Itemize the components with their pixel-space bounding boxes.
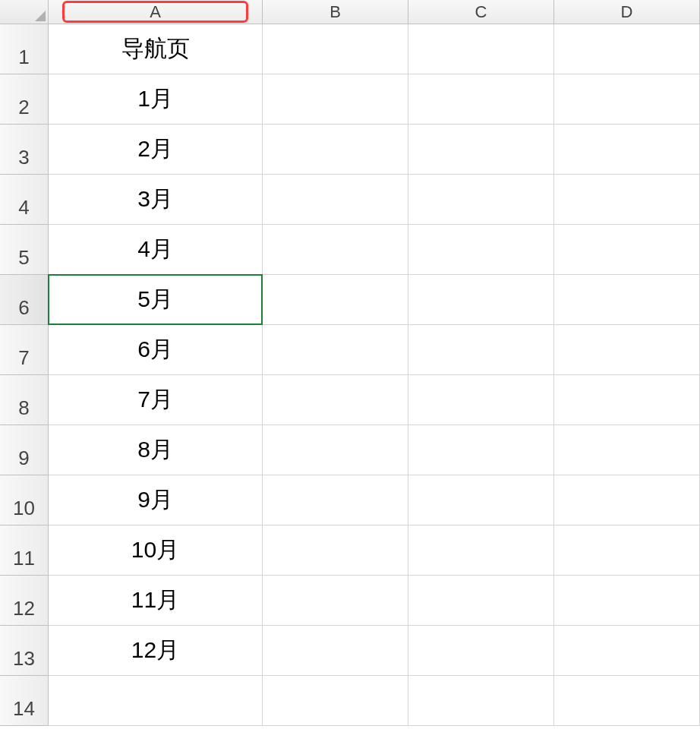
cell-c6[interactable] <box>408 275 554 325</box>
cell-b4[interactable] <box>263 175 408 225</box>
cell-a5[interactable]: 4月 <box>49 225 263 275</box>
cell-d7[interactable] <box>554 325 700 375</box>
cell-d10[interactable] <box>554 475 700 525</box>
cell-d3[interactable] <box>554 125 700 175</box>
cell-c3[interactable] <box>408 125 554 175</box>
cell-a14[interactable] <box>49 676 263 726</box>
cell-a1[interactable]: 导航页 <box>49 24 263 74</box>
cell-b8[interactable] <box>263 375 408 425</box>
cell-c10[interactable] <box>408 475 554 525</box>
cell-b5[interactable] <box>263 225 408 275</box>
cell-b12[interactable] <box>263 576 408 626</box>
cell-a9[interactable]: 8月 <box>49 425 263 475</box>
cell-a7[interactable]: 6月 <box>49 325 263 375</box>
row-header-4[interactable]: 4 <box>0 175 49 225</box>
cell-d12[interactable] <box>554 576 700 626</box>
cell-d2[interactable] <box>554 74 700 125</box>
cell-c11[interactable] <box>408 525 554 576</box>
row-header-2[interactable]: 2 <box>0 74 49 125</box>
cell-b13[interactable] <box>263 626 408 676</box>
column-header-a[interactable]: A <box>49 0 263 24</box>
row-header-7[interactable]: 7 <box>0 325 49 375</box>
cell-b7[interactable] <box>263 325 408 375</box>
cell-d14[interactable] <box>554 676 700 726</box>
cell-c13[interactable] <box>408 626 554 676</box>
cell-a11[interactable]: 10月 <box>49 525 263 576</box>
cell-a3[interactable]: 2月 <box>49 125 263 175</box>
cell-d4[interactable] <box>554 175 700 225</box>
cell-d9[interactable] <box>554 425 700 475</box>
row-header-12[interactable]: 12 <box>0 576 49 626</box>
cell-d13[interactable] <box>554 626 700 676</box>
cell-a4[interactable]: 3月 <box>49 175 263 225</box>
column-header-b[interactable]: B <box>263 0 408 24</box>
cell-c9[interactable] <box>408 425 554 475</box>
row-header-13[interactable]: 13 <box>0 626 49 676</box>
cell-a6[interactable]: 5月 <box>49 275 263 325</box>
cell-c2[interactable] <box>408 74 554 125</box>
cell-b2[interactable] <box>263 74 408 125</box>
row-header-1[interactable]: 1 <box>0 24 49 74</box>
select-all-corner[interactable] <box>0 0 49 24</box>
row-header-5[interactable]: 5 <box>0 225 49 275</box>
cell-d11[interactable] <box>554 525 700 576</box>
cell-d8[interactable] <box>554 375 700 425</box>
cell-b1[interactable] <box>263 24 408 74</box>
cell-c4[interactable] <box>408 175 554 225</box>
cell-b3[interactable] <box>263 125 408 175</box>
cell-a10[interactable]: 9月 <box>49 475 263 525</box>
row-header-14[interactable]: 14 <box>0 676 49 726</box>
cell-d6[interactable] <box>554 275 700 325</box>
cell-c14[interactable] <box>408 676 554 726</box>
cell-c7[interactable] <box>408 325 554 375</box>
row-header-6[interactable]: 6 <box>0 275 49 325</box>
row-header-8[interactable]: 8 <box>0 375 49 425</box>
cell-b6[interactable] <box>263 275 408 325</box>
row-header-9[interactable]: 9 <box>0 425 49 475</box>
row-header-11[interactable]: 11 <box>0 525 49 576</box>
cell-c8[interactable] <box>408 375 554 425</box>
cell-a13[interactable]: 12月 <box>49 626 263 676</box>
cell-a8[interactable]: 7月 <box>49 375 263 425</box>
cell-b11[interactable] <box>263 525 408 576</box>
column-header-c[interactable]: C <box>408 0 554 24</box>
cell-a2[interactable]: 1月 <box>49 74 263 125</box>
row-header-10[interactable]: 10 <box>0 475 49 525</box>
cell-d1[interactable] <box>554 24 700 74</box>
cell-c5[interactable] <box>408 225 554 275</box>
cell-b10[interactable] <box>263 475 408 525</box>
cell-c1[interactable] <box>408 24 554 74</box>
cell-b9[interactable] <box>263 425 408 475</box>
row-header-3[interactable]: 3 <box>0 125 49 175</box>
cell-d5[interactable] <box>554 225 700 275</box>
cell-c12[interactable] <box>408 576 554 626</box>
cell-b14[interactable] <box>263 676 408 726</box>
cell-a12[interactable]: 11月 <box>49 576 263 626</box>
column-header-d[interactable]: D <box>554 0 700 24</box>
